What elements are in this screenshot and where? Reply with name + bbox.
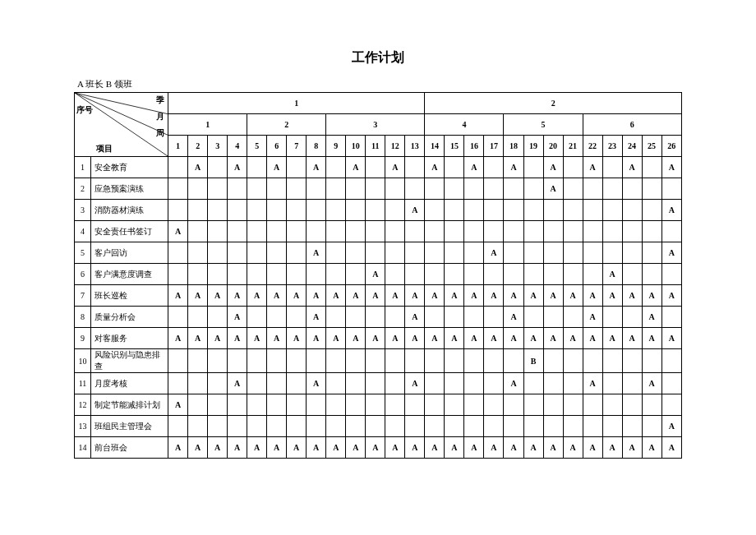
plan-cell: [583, 264, 602, 285]
plan-cell: [543, 416, 563, 437]
plan-cell: [405, 416, 425, 437]
plan-cell: [464, 200, 484, 221]
plan-cell: [563, 349, 583, 373]
plan-cell: A: [247, 437, 267, 459]
plan-cell: A: [287, 328, 307, 349]
plan-cell: A: [425, 285, 445, 307]
plan-cell: [543, 221, 563, 242]
plan-cell: A: [405, 307, 425, 328]
plan-cell: [267, 394, 287, 416]
plan-cell: [366, 416, 385, 437]
plan-cell: [287, 178, 307, 200]
row-seq: 6: [75, 264, 91, 285]
plan-cell: A: [247, 328, 267, 349]
row-seq: 8: [75, 307, 91, 328]
plan-cell: [168, 242, 188, 264]
table-row: 11月度考核AAAAAA: [75, 373, 682, 394]
plan-cell: [425, 307, 445, 328]
plan-cell: [543, 307, 563, 328]
plan-cell: [287, 394, 307, 416]
plan-cell: [425, 264, 445, 285]
plan-cell: [208, 394, 228, 416]
plan-cell: [523, 394, 543, 416]
plan-cell: A: [208, 328, 228, 349]
plan-cell: [662, 221, 681, 242]
plan-cell: [602, 373, 622, 394]
plan-cell: [445, 349, 464, 373]
plan-cell: [385, 307, 405, 328]
plan-cell: A: [346, 328, 366, 349]
week-header-26: 26: [662, 136, 681, 157]
plan-cell: [346, 416, 366, 437]
plan-cell: [247, 264, 267, 285]
plan-cell: [504, 200, 523, 221]
plan-cell: [405, 349, 425, 373]
plan-cell: [168, 264, 188, 285]
plan-cell: A: [425, 328, 445, 349]
plan-cell: [168, 416, 188, 437]
table-row: 4安全责任书签订A: [75, 221, 682, 242]
plan-cell: [346, 178, 366, 200]
table-row: 6客户满意度调查AA: [75, 264, 682, 285]
plan-cell: [267, 178, 287, 200]
plan-cell: [168, 349, 188, 373]
row-item: 质量分析会: [91, 307, 168, 328]
plan-cell: [326, 157, 346, 178]
row-item: 安全责任书签订: [91, 221, 168, 242]
plan-cell: [405, 394, 425, 416]
week-header-5: 5: [247, 136, 267, 157]
plan-cell: [662, 178, 681, 200]
plan-cell: [385, 373, 405, 394]
plan-cell: [563, 200, 583, 221]
plan-cell: A: [583, 373, 602, 394]
plan-cell: [523, 200, 543, 221]
plan-cell: [563, 416, 583, 437]
row-item: 月度考核: [91, 373, 168, 394]
plan-cell: [583, 178, 602, 200]
plan-cell: [405, 242, 425, 264]
header-diagonal-cell: 季 月 周 序号 项目: [75, 93, 168, 157]
plan-cell: [307, 200, 326, 221]
plan-cell: A: [484, 437, 504, 459]
week-header-8: 8: [307, 136, 326, 157]
plan-cell: [405, 178, 425, 200]
row-item: 班组民主管理会: [91, 416, 168, 437]
plan-cell: A: [543, 437, 563, 459]
plan-cell: [385, 349, 405, 373]
plan-cell: [602, 178, 622, 200]
plan-cell: A: [445, 285, 464, 307]
plan-cell: [425, 349, 445, 373]
plan-cell: [326, 373, 346, 394]
plan-cell: [484, 349, 504, 373]
plan-cell: [247, 307, 267, 328]
plan-cell: A: [405, 285, 425, 307]
plan-cell: [662, 394, 681, 416]
plan-cell: A: [523, 328, 543, 349]
plan-cell: A: [287, 285, 307, 307]
plan-cell: [484, 221, 504, 242]
plan-cell: A: [484, 328, 504, 349]
plan-cell: [445, 178, 464, 200]
table-row: 7班长巡检AAAAAAAAAAAAAAAAAAAAAAAAAA: [75, 285, 682, 307]
week-header-24: 24: [622, 136, 642, 157]
plan-cell: A: [366, 437, 385, 459]
plan-cell: [622, 264, 642, 285]
plan-cell: [642, 242, 662, 264]
plan-cell: [168, 157, 188, 178]
plan-cell: A: [425, 157, 445, 178]
plan-cell: [405, 157, 425, 178]
plan-cell: [208, 264, 228, 285]
plan-cell: A: [622, 437, 642, 459]
plan-cell: [366, 200, 385, 221]
plan-cell: [464, 178, 484, 200]
plan-cell: [484, 373, 504, 394]
plan-cell: A: [563, 437, 583, 459]
plan-cell: [247, 221, 267, 242]
plan-cell: [346, 394, 366, 416]
plan-cell: [464, 394, 484, 416]
plan-cell: A: [326, 437, 346, 459]
plan-cell: [346, 307, 366, 328]
row-item: 安全教育: [91, 157, 168, 178]
plan-cell: [247, 373, 267, 394]
svg-line-2: [75, 93, 168, 156]
